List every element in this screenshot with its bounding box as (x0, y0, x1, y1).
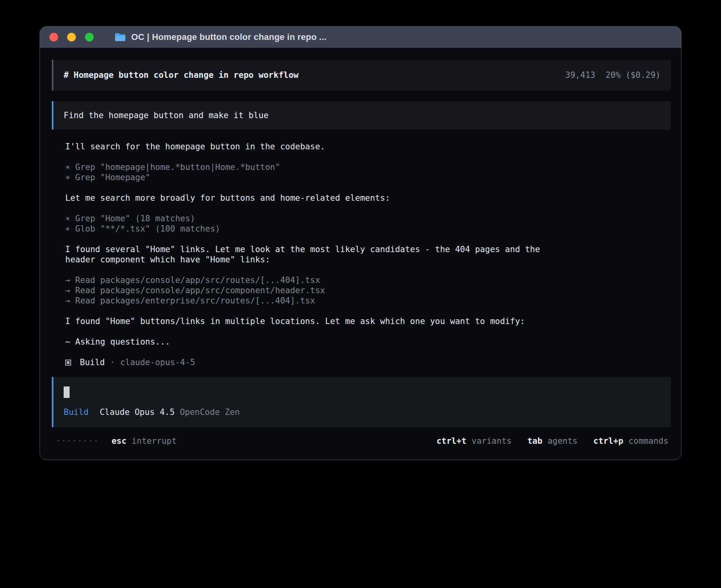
tab-key-hint: tab (527, 436, 542, 446)
close-button[interactable] (49, 33, 58, 41)
assistant-message-line: header component which have "Home" links… (65, 254, 671, 265)
assistant-message-line: Let me search more broadly for buttons a… (65, 193, 671, 203)
working-status-line: ~ Asking questions... (65, 337, 671, 347)
agent-model: claude-opus-4-5 (120, 357, 195, 368)
chat-log: I'll search for the homepage button in t… (52, 141, 671, 368)
titlebar[interactable]: OC | Homepage button color change in rep… (40, 26, 681, 48)
user-message: Find the homepage button and make it blu… (52, 101, 671, 130)
agent-mode-indicator: Build (64, 407, 89, 417)
window-title: OC | Homepage button color change in rep… (131, 32, 327, 42)
tool-call-line: ∗ Grep "homepage|home.*button|Home.*butt… (65, 162, 671, 172)
session-title: # Homepage button color change in repo w… (64, 70, 298, 80)
assistant-message-line: I found "Home" buttons/links in multiple… (65, 316, 671, 326)
shortcut-variants: ctrl+t variants (436, 436, 511, 446)
agent-status-row: Build · claude-opus-4-5 (65, 357, 671, 368)
zoom-button[interactable] (85, 33, 94, 41)
shortcut-hints: ctrl+t variants tab agents ctrl+p comman… (436, 436, 668, 446)
model-name: Claude Opus 4.5 (100, 407, 175, 417)
variants-label: variants (472, 436, 511, 446)
file-read-line: → Read packages/console/app/src/routes/[… (65, 275, 671, 285)
working-status: ~ Asking questions... (65, 337, 671, 347)
esc-key-hint: esc (111, 436, 126, 446)
shortcut-agents: tab agents (527, 436, 578, 446)
assistant-message-line: I found several "Home" links. Let me loo… (65, 244, 671, 254)
assistant-message: I'll search for the homepage button in t… (65, 141, 671, 152)
assistant-message: I found "Home" buttons/links in multiple… (65, 316, 671, 326)
prompt-input[interactable]: Build Claude Opus 4.5 OpenCode Zen (52, 377, 671, 427)
context-cost: 20% ($0.29) (606, 70, 661, 80)
file-read-line: → Read packages/enterprise/src/routes/[.… (65, 296, 671, 306)
shortcut-commands: ctrl+p commands (593, 436, 668, 446)
commands-label: commands (629, 436, 668, 446)
session-stats: 39,413 20% ($0.29) (565, 70, 661, 80)
ctrl-p-key-hint: ctrl+p (593, 436, 623, 446)
ctrl-t-key-hint: ctrl+t (436, 436, 466, 446)
folder-icon (115, 33, 126, 41)
file-reads: → Read packages/console/app/src/routes/[… (65, 275, 671, 306)
statusbar-left: ········ esc interrupt (56, 436, 177, 446)
statusbar: ········ esc interrupt ctrl+t variants t… (52, 436, 671, 446)
agents-label: agents (547, 436, 578, 446)
tool-calls: ∗ Grep "homepage|home.*button|Home.*butt… (65, 162, 671, 183)
assistant-message: Let me search more broadly for buttons a… (65, 193, 671, 203)
tool-call-line: ∗ Grep "Homepage" (65, 172, 671, 183)
input-meta: Build Claude Opus 4.5 OpenCode Zen (64, 407, 661, 417)
agent-name: Build (80, 357, 105, 368)
esc-action-label: interrupt (132, 436, 177, 446)
terminal-window: OC | Homepage button color change in rep… (40, 26, 681, 460)
agent-separator: · (110, 357, 115, 368)
token-count: 39,413 (565, 70, 595, 80)
build-agent-icon (65, 360, 71, 366)
terminal-content: # Homepage button color change in repo w… (40, 48, 681, 460)
tool-call-line: ∗ Glob "**/*.tsx" (100 matches) (65, 224, 671, 234)
spinner-dots-icon: ········ (56, 436, 99, 446)
tool-call-line: ∗ Grep "Home" (18 matches) (65, 213, 671, 224)
user-message-text: Find the homepage button and make it blu… (64, 111, 268, 120)
model-provider: OpenCode Zen (180, 407, 240, 417)
session-header: # Homepage button color change in repo w… (52, 60, 671, 90)
minimize-button[interactable] (67, 33, 76, 41)
tool-calls: ∗ Grep "Home" (18 matches) ∗ Glob "**/*.… (65, 213, 671, 234)
file-read-line: → Read packages/console/app/src/componen… (65, 285, 671, 296)
assistant-message: I found several "Home" links. Let me loo… (65, 244, 671, 265)
assistant-message-line: I'll search for the homepage button in t… (65, 141, 671, 152)
text-cursor (64, 386, 70, 398)
